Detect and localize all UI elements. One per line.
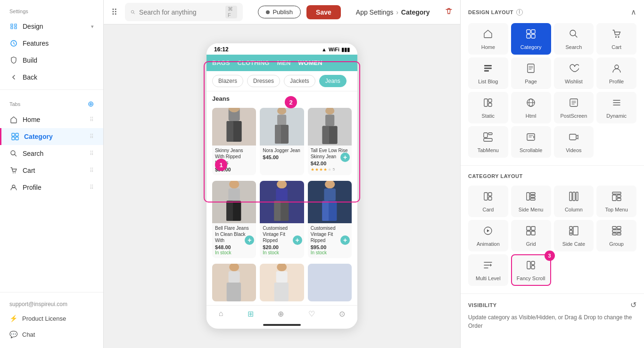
cat-layout-item-side-cate[interactable]: Side Cate	[554, 220, 594, 251]
layout-item-cart[interactable]: Cart	[596, 23, 636, 55]
divider-1	[0, 89, 103, 90]
svg-rect-66	[527, 193, 529, 200]
cat-tab-clothing[interactable]: CLOTHING	[238, 58, 270, 67]
layout-item-videos[interactable]: Videos	[554, 126, 594, 158]
sidebar-item-search-label: Search	[23, 150, 43, 157]
svg-rect-3	[12, 137, 15, 140]
cat-layout-item-multi-level[interactable]: Multi Level	[468, 254, 508, 286]
layout-item-html[interactable]: Html	[511, 92, 551, 123]
cat-layout-item-animation[interactable]: Animation	[468, 220, 508, 251]
search-icon	[131, 9, 135, 16]
cat-layout-item-group[interactable]: Group	[596, 220, 636, 251]
tabmenu-layout-icon	[483, 132, 493, 145]
design-layout-info-icon[interactable]: i	[516, 9, 523, 16]
breadcrumb: App Settings › Category	[356, 8, 430, 16]
product-add-btn-3[interactable]: +	[340, 153, 350, 162]
wishlist-layout-label: Wishlist	[565, 79, 583, 84]
sidebar-item-search[interactable]: Search ⠿	[0, 145, 103, 162]
cat-layout-item-column[interactable]: Column	[554, 186, 594, 217]
phone-nav-search[interactable]: ⊕	[278, 309, 284, 318]
layout-item-wishlist[interactable]: Wishlist	[554, 57, 594, 89]
sidebar-item-build[interactable]: Build	[0, 52, 103, 69]
html-layout-icon	[526, 97, 536, 110]
sidebar-item-features[interactable]: Features	[0, 35, 103, 52]
cat-tab-bags[interactable]: BAGS	[212, 58, 230, 67]
add-tab-icon[interactable]: ⊕	[88, 99, 94, 108]
sidebar-item-back[interactable]: Back	[0, 69, 103, 86]
cat-layout-item-fancy-scroll[interactable]: Fancy Scroll 3	[511, 254, 551, 286]
cat-layout-item-side-menu[interactable]: Side Menu	[511, 186, 551, 217]
back-icon	[9, 73, 18, 81]
layout-item-profile[interactable]: Profile	[596, 57, 636, 89]
cat-tab-women[interactable]: WOMEN	[298, 58, 322, 67]
product-stock-5: In stock	[263, 250, 301, 255]
phone-nav-wishlist[interactable]: ♡	[308, 309, 315, 318]
chat-item[interactable]: 💬 Chat	[0, 326, 103, 342]
svg-rect-92	[531, 261, 535, 265]
product-figure-1	[212, 108, 256, 146]
svg-rect-74	[612, 195, 616, 201]
home-layout-icon	[483, 29, 493, 41]
sidebar-item-profile[interactable]: Profile ⠿	[0, 179, 103, 196]
phone-nav-home[interactable]: ⌂	[219, 309, 223, 318]
sidebar-item-cart[interactable]: Cart ⠿	[0, 162, 103, 179]
sidebar-item-build-label: Build	[23, 57, 37, 64]
svg-rect-93	[531, 266, 535, 269]
profile-drag-handle: ⠿	[90, 184, 94, 191]
layout-item-scrollable[interactable]: Scrollable	[511, 126, 551, 158]
svg-rect-53	[488, 99, 492, 102]
step-badge-3: 3	[545, 251, 555, 261]
cat-layout-item-top-menu[interactable]: Top Menu	[596, 186, 636, 217]
svg-rect-64	[488, 193, 492, 196]
cat-layout-item-card[interactable]: Card	[468, 186, 508, 217]
save-button[interactable]: Save	[306, 5, 341, 19]
svg-point-51	[615, 65, 619, 69]
svg-rect-40	[527, 30, 530, 33]
layout-item-static[interactable]: Static	[468, 92, 508, 123]
sidebar-item-design[interactable]: Design ▾	[0, 18, 103, 35]
search-bar[interactable]: ⌘ F	[125, 3, 243, 21]
tabs-label: Tabs	[9, 101, 20, 107]
cat-layout-item-grid[interactable]: Grid	[511, 220, 551, 251]
postscreen-layout-label: PostScreen	[560, 113, 587, 119]
sub-tab-jackets[interactable]: Jackets	[284, 75, 315, 87]
svg-rect-63	[484, 193, 487, 200]
product-add-btn-5[interactable]: +	[293, 235, 302, 245]
layout-item-search[interactable]: Search	[554, 23, 594, 55]
product-figure-4	[212, 181, 256, 223]
svg-rect-27	[276, 188, 288, 201]
search-input[interactable]	[139, 8, 222, 16]
layout-item-home[interactable]: Home	[468, 23, 508, 55]
cat-tab-men[interactable]: MEN	[277, 58, 290, 67]
group-cat-label: Group	[609, 241, 624, 247]
phone-nav-category[interactable]: ⊞	[248, 309, 254, 318]
sidebar-item-category[interactable]: Category ⠿	[0, 128, 103, 145]
sub-tab-blazers[interactable]: Blazers	[212, 75, 243, 87]
layout-item-postscreen[interactable]: PostScreen	[554, 92, 594, 123]
breadcrumb-chevron: ›	[396, 8, 398, 16]
product-add-btn-6[interactable]: +	[340, 235, 350, 245]
layout-item-tabmenu[interactable]: TabMenu	[468, 126, 508, 158]
layout-item-category[interactable]: Category	[511, 23, 551, 55]
svg-rect-58	[484, 138, 492, 141]
page-layout-icon	[526, 63, 536, 76]
refresh-icon[interactable]: ↺	[630, 300, 636, 309]
phone-nav-profile[interactable]: ⊙	[339, 309, 345, 318]
layout-item-page[interactable]: Page	[511, 57, 551, 89]
layout-item-dynamic[interactable]: Dynamic	[596, 92, 636, 123]
category-layout-grid: Card Side Menu Column T	[468, 186, 636, 286]
design-layout-header: DESIGN LAYOUT i ∧	[468, 8, 636, 16]
svg-rect-90	[617, 233, 621, 235]
sub-tab-jeans[interactable]: Jeans	[319, 75, 347, 87]
product-license-item[interactable]: ⚡ Product License	[0, 310, 103, 326]
layout-item-list-blog[interactable]: List Blog	[468, 57, 508, 89]
publish-button[interactable]: Publish	[258, 6, 301, 18]
svg-point-14	[277, 108, 286, 114]
sidebar-item-home[interactable]: Home ⠿	[0, 111, 103, 128]
side-cate-cat-icon	[569, 226, 579, 238]
product-img-1	[212, 108, 256, 146]
sub-tab-dresses[interactable]: Dresses	[247, 75, 280, 87]
delete-icon[interactable]	[445, 8, 453, 17]
sidebar-item-back-label: Back	[23, 73, 37, 81]
design-layout-collapse[interactable]: ∧	[631, 8, 636, 16]
